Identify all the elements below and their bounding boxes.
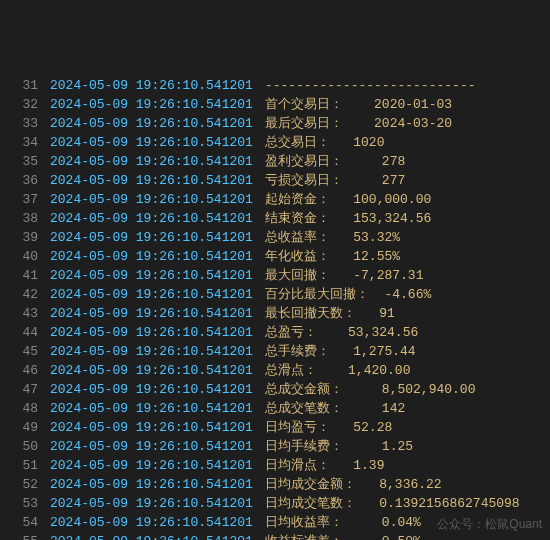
log-line: 342024-05-09 19:26:10.541201总交易日： 1020 bbox=[0, 133, 550, 152]
log-message: 起始资金： 100,000.00 bbox=[265, 190, 431, 209]
timestamp: 2024-05-09 19:26:10.541201 bbox=[50, 342, 265, 361]
log-message: 日均手续费： 1.25 bbox=[265, 437, 413, 456]
timestamp: 2024-05-09 19:26:10.541201 bbox=[50, 456, 265, 475]
log-message: 日均成交笔数： 0.1392156862745098 bbox=[265, 494, 520, 513]
line-number: 54 bbox=[0, 513, 50, 532]
timestamp: 2024-05-09 19:26:10.541201 bbox=[50, 475, 265, 494]
log-message: 总成交笔数： 142 bbox=[265, 399, 405, 418]
log-message: 总手续费： 1,275.44 bbox=[265, 342, 416, 361]
timestamp: 2024-05-09 19:26:10.541201 bbox=[50, 190, 265, 209]
line-number: 38 bbox=[0, 209, 50, 228]
log-line: 402024-05-09 19:26:10.541201年化收益： 12.55% bbox=[0, 247, 550, 266]
log-message: 盈利交易日： 278 bbox=[265, 152, 405, 171]
log-message: 亏损交易日： 277 bbox=[265, 171, 405, 190]
log-line: 312024-05-09 19:26:10.541201------------… bbox=[0, 76, 550, 95]
log-output: 312024-05-09 19:26:10.541201------------… bbox=[0, 76, 550, 540]
timestamp: 2024-05-09 19:26:10.541201 bbox=[50, 513, 265, 532]
timestamp: 2024-05-09 19:26:10.541201 bbox=[50, 494, 265, 513]
line-number: 53 bbox=[0, 494, 50, 513]
line-number: 50 bbox=[0, 437, 50, 456]
log-message: 最大回撤： -7,287.31 bbox=[265, 266, 424, 285]
log-message: 日均成交金额： 8,336.22 bbox=[265, 475, 442, 494]
log-line: 372024-05-09 19:26:10.541201起始资金： 100,00… bbox=[0, 190, 550, 209]
log-message: 日均滑点： 1.39 bbox=[265, 456, 385, 475]
line-number: 55 bbox=[0, 532, 50, 540]
log-message: 总滑点： 1,420.00 bbox=[265, 361, 411, 380]
timestamp: 2024-05-09 19:26:10.541201 bbox=[50, 247, 265, 266]
timestamp: 2024-05-09 19:26:10.541201 bbox=[50, 152, 265, 171]
log-line: 512024-05-09 19:26:10.541201日均滑点： 1.39 bbox=[0, 456, 550, 475]
log-line: 522024-05-09 19:26:10.541201日均成交金额： 8,33… bbox=[0, 475, 550, 494]
log-line: 502024-05-09 19:26:10.541201日均手续费： 1.25 bbox=[0, 437, 550, 456]
line-number: 52 bbox=[0, 475, 50, 494]
line-number: 41 bbox=[0, 266, 50, 285]
watermark-text: 公众号：松鼠Quant bbox=[437, 515, 542, 534]
log-message: 总成交金额： 8,502,940.00 bbox=[265, 380, 476, 399]
timestamp: 2024-05-09 19:26:10.541201 bbox=[50, 171, 265, 190]
log-message: 百分比最大回撤： -4.66% bbox=[265, 285, 431, 304]
timestamp: 2024-05-09 19:26:10.541201 bbox=[50, 95, 265, 114]
line-number: 40 bbox=[0, 247, 50, 266]
log-message: 结束资金： 153,324.56 bbox=[265, 209, 431, 228]
log-line: 412024-05-09 19:26:10.541201最大回撤： -7,287… bbox=[0, 266, 550, 285]
line-number: 36 bbox=[0, 171, 50, 190]
log-line: 532024-05-09 19:26:10.541201日均成交笔数： 0.13… bbox=[0, 494, 550, 513]
timestamp: 2024-05-09 19:26:10.541201 bbox=[50, 418, 265, 437]
timestamp: 2024-05-09 19:26:10.541201 bbox=[50, 361, 265, 380]
log-line: 362024-05-09 19:26:10.541201亏损交易日： 277 bbox=[0, 171, 550, 190]
log-line: 432024-05-09 19:26:10.541201最长回撤天数： 91 bbox=[0, 304, 550, 323]
line-number: 46 bbox=[0, 361, 50, 380]
log-line: 332024-05-09 19:26:10.541201最后交易日： 2024-… bbox=[0, 114, 550, 133]
timestamp: 2024-05-09 19:26:10.541201 bbox=[50, 285, 265, 304]
timestamp: 2024-05-09 19:26:10.541201 bbox=[50, 399, 265, 418]
line-number: 45 bbox=[0, 342, 50, 361]
line-number: 47 bbox=[0, 380, 50, 399]
line-number: 44 bbox=[0, 323, 50, 342]
timestamp: 2024-05-09 19:26:10.541201 bbox=[50, 437, 265, 456]
line-number: 48 bbox=[0, 399, 50, 418]
timestamp: 2024-05-09 19:26:10.541201 bbox=[50, 76, 265, 95]
timestamp: 2024-05-09 19:26:10.541201 bbox=[50, 228, 265, 247]
timestamp: 2024-05-09 19:26:10.541201 bbox=[50, 266, 265, 285]
log-line: 482024-05-09 19:26:10.541201总成交笔数： 142 bbox=[0, 399, 550, 418]
timestamp: 2024-05-09 19:26:10.541201 bbox=[50, 380, 265, 399]
timestamp: 2024-05-09 19:26:10.541201 bbox=[50, 304, 265, 323]
timestamp: 2024-05-09 19:26:10.541201 bbox=[50, 133, 265, 152]
log-line: 392024-05-09 19:26:10.541201总收益率： 53.32% bbox=[0, 228, 550, 247]
log-line: 422024-05-09 19:26:10.541201百分比最大回撤： -4.… bbox=[0, 285, 550, 304]
log-message: --------------------------- bbox=[265, 76, 476, 95]
log-line: 452024-05-09 19:26:10.541201总手续费： 1,275.… bbox=[0, 342, 550, 361]
timestamp: 2024-05-09 19:26:10.541201 bbox=[50, 114, 265, 133]
log-line: 322024-05-09 19:26:10.541201首个交易日： 2020-… bbox=[0, 95, 550, 114]
log-line: 352024-05-09 19:26:10.541201盈利交易日： 278 bbox=[0, 152, 550, 171]
timestamp: 2024-05-09 19:26:10.541201 bbox=[50, 209, 265, 228]
line-number: 42 bbox=[0, 285, 50, 304]
line-number: 32 bbox=[0, 95, 50, 114]
log-message: 年化收益： 12.55% bbox=[265, 247, 400, 266]
log-message: 日均收益率： 0.04% bbox=[265, 513, 421, 532]
line-number: 51 bbox=[0, 456, 50, 475]
log-line: 492024-05-09 19:26:10.541201日均盈亏： 52.28 bbox=[0, 418, 550, 437]
log-line: 382024-05-09 19:26:10.541201结束资金： 153,32… bbox=[0, 209, 550, 228]
line-number: 37 bbox=[0, 190, 50, 209]
line-number: 35 bbox=[0, 152, 50, 171]
log-message: 日均盈亏： 52.28 bbox=[265, 418, 392, 437]
line-number: 39 bbox=[0, 228, 50, 247]
log-line: 442024-05-09 19:26:10.541201总盈亏： 53,324.… bbox=[0, 323, 550, 342]
line-number: 33 bbox=[0, 114, 50, 133]
log-message: 收益标准差： 0.50% bbox=[265, 532, 421, 540]
log-message: 首个交易日： 2020-01-03 bbox=[265, 95, 452, 114]
timestamp: 2024-05-09 19:26:10.541201 bbox=[50, 532, 265, 540]
line-number: 31 bbox=[0, 76, 50, 95]
log-line: 472024-05-09 19:26:10.541201总成交金额： 8,502… bbox=[0, 380, 550, 399]
line-number: 34 bbox=[0, 133, 50, 152]
log-message: 总收益率： 53.32% bbox=[265, 228, 400, 247]
line-number: 43 bbox=[0, 304, 50, 323]
log-message: 最后交易日： 2024-03-20 bbox=[265, 114, 452, 133]
line-number: 49 bbox=[0, 418, 50, 437]
timestamp: 2024-05-09 19:26:10.541201 bbox=[50, 323, 265, 342]
log-message: 最长回撤天数： 91 bbox=[265, 304, 395, 323]
log-message: 总交易日： 1020 bbox=[265, 133, 385, 152]
log-line: 462024-05-09 19:26:10.541201总滑点： 1,420.0… bbox=[0, 361, 550, 380]
log-message: 总盈亏： 53,324.56 bbox=[265, 323, 418, 342]
